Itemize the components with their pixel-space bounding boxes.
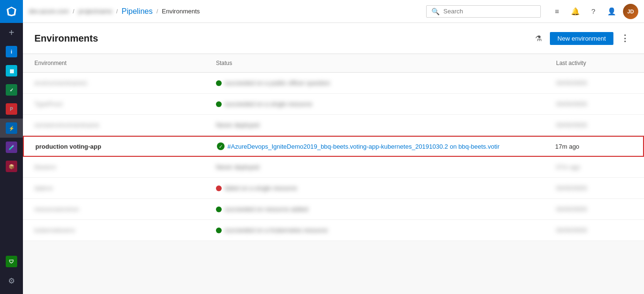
last-activity: 17m ago xyxy=(555,143,632,150)
table-row[interactable]: environmentname1 succeeded on a public o… xyxy=(23,73,644,94)
env-name: someenvironmentname xyxy=(34,121,216,129)
main-area: dev.azure.com / projectname / Pipelines … xyxy=(23,0,644,294)
last-activity: 00/00/0000 xyxy=(556,206,633,213)
avatar-initials: JD xyxy=(627,9,634,14)
success-check-icon: ✓ xyxy=(217,142,225,150)
sidebar-item-repos[interactable]: ✓ xyxy=(0,80,23,99)
env-status: Never deployed xyxy=(216,121,556,129)
more-icon: ⋮ xyxy=(621,33,629,44)
bell-icon: 🔔 xyxy=(571,7,580,16)
status-dot xyxy=(216,80,222,86)
environments-table: Environments ⚗ New environment ⋮ Environ… xyxy=(23,23,644,241)
env-name: environmentname1 xyxy=(34,79,216,87)
page-title: Environments xyxy=(34,33,98,44)
help-btn[interactable]: ? xyxy=(585,3,602,20)
status-text: Never deployed xyxy=(216,121,259,129)
list-icon: ≡ xyxy=(555,7,559,15)
env-name: blueenv xyxy=(34,163,216,171)
status-text: succeeded on a Kubernetes resource xyxy=(225,227,328,234)
breadcrumb-sep-3: / xyxy=(156,8,158,15)
env-status: succeeded on a Kubernetes resource xyxy=(216,227,556,234)
breadcrumb-pipelines[interactable]: Pipelines xyxy=(122,7,153,16)
content-area: Environments ⚗ New environment ⋮ Environ… xyxy=(23,23,644,294)
env-status: failed on a single resource xyxy=(216,185,556,192)
list-view-btn[interactable]: ≡ xyxy=(548,3,566,20)
last-activity: 00/00/0000 xyxy=(556,121,633,129)
person-icon: 👤 xyxy=(607,7,616,16)
col-status: Status xyxy=(216,58,556,68)
status-text: succeeded on a single resource xyxy=(225,100,312,108)
sidebar: + i ▦ ✓ P ⚡ 🧪 📦 🛡 ⚙ xyxy=(0,0,23,294)
sidebar-item-overview[interactable]: i xyxy=(0,42,23,61)
table-row[interactable]: someenvironmentname Never deployed 00/00… xyxy=(23,115,644,136)
filter-icon: ⚗ xyxy=(535,34,542,43)
table-header: Environment Status Last activity xyxy=(23,54,644,73)
last-activity: 00/00/0000 xyxy=(556,79,633,87)
help-icon: ? xyxy=(591,7,595,15)
sidebar-item-artifacts[interactable]: 📦 xyxy=(0,157,23,176)
table-row[interactable]: blueenv Never deployed 07m ago xyxy=(23,157,644,178)
table-row[interactable]: resourceenviron succeeded on resource ad… xyxy=(23,199,644,220)
env-status: succeeded on resource added xyxy=(216,206,556,213)
last-activity: 00/00/0000 xyxy=(556,100,633,108)
last-activity: 00/00/0000 xyxy=(556,185,633,192)
table-row-highlighted[interactable]: production voting-app ✓ #AzureDevops_Ign… xyxy=(23,136,644,157)
search-icon: 🔍 xyxy=(431,8,440,15)
org-name: dev.azure.com xyxy=(29,8,69,15)
status-link[interactable]: #AzureDevops_IgniteDemo2019_bbq-beets.vo… xyxy=(227,143,500,150)
breadcrumb-sep-2: / xyxy=(116,8,118,15)
sidebar-item-repos2[interactable]: P xyxy=(0,99,23,119)
account-btn[interactable]: 👤 xyxy=(603,3,620,20)
env-name: kubernetesenv xyxy=(34,227,216,234)
sidebar-item-pipelines[interactable]: ⚡ xyxy=(0,119,23,138)
notifications-btn[interactable]: 🔔 xyxy=(567,3,584,20)
env-name: TypeProct xyxy=(34,100,216,108)
search-bar[interactable]: 🔍 xyxy=(426,5,541,18)
sidebar-settings[interactable]: ⚙ xyxy=(0,271,23,290)
project-name: projectname xyxy=(78,8,113,15)
col-environment: Environment xyxy=(34,58,216,68)
env-status: ✓ #AzureDevops_IgniteDemo2019_bbq-beets.… xyxy=(217,142,555,150)
sidebar-item-boards[interactable]: ▦ xyxy=(0,61,23,80)
col-last-activity: Last activity xyxy=(556,58,633,68)
sidebar-logo[interactable] xyxy=(0,0,23,23)
env-status: succeeded on a single resource xyxy=(216,100,556,108)
sidebar-item-testplans[interactable]: 🧪 xyxy=(0,138,23,157)
sidebar-add[interactable]: + xyxy=(0,23,23,42)
sidebar-item-security[interactable]: 🛡 xyxy=(0,252,23,271)
avatar[interactable]: JD xyxy=(623,4,638,19)
status-text: succeeded on a public officer question xyxy=(225,79,330,87)
more-options-button[interactable]: ⋮ xyxy=(617,31,633,46)
status-dot xyxy=(216,207,222,212)
filter-button[interactable]: ⚗ xyxy=(531,31,546,46)
search-input[interactable] xyxy=(443,8,536,15)
topbar-actions: ≡ 🔔 ? 👤 JD xyxy=(548,3,638,20)
status-text: Never deployed xyxy=(216,163,259,171)
page-header-actions: ⚗ New environment ⋮ xyxy=(531,31,633,46)
env-name: production voting-app xyxy=(35,143,217,150)
last-activity: 00/00/0000 xyxy=(556,227,633,234)
status-dot xyxy=(216,185,222,191)
table-row[interactable]: TypeProct succeeded on a single resource… xyxy=(23,94,644,115)
status-text: failed on a single resource xyxy=(225,185,297,192)
breadcrumb-environments: Environments xyxy=(162,8,200,15)
table-row[interactable]: datenv failed on a single resource 00/00… xyxy=(23,178,644,199)
env-name: datenv xyxy=(34,185,216,192)
breadcrumb-sep-1: / xyxy=(73,8,74,15)
status-dot xyxy=(216,228,222,233)
table-row[interactable]: kubernetesenv succeeded on a Kubernetes … xyxy=(23,220,644,241)
new-environment-button[interactable]: New environment xyxy=(550,32,613,45)
env-status: succeeded on a public officer question xyxy=(216,79,556,87)
status-dot xyxy=(216,101,222,107)
env-name: resourceenviron xyxy=(34,206,216,213)
page-header: Environments ⚗ New environment ⋮ xyxy=(23,23,644,54)
topbar: dev.azure.com / projectname / Pipelines … xyxy=(23,0,644,23)
status-text: succeeded on resource added xyxy=(225,206,308,213)
last-activity: 07m ago xyxy=(556,163,633,171)
env-status: Never deployed xyxy=(216,163,556,171)
